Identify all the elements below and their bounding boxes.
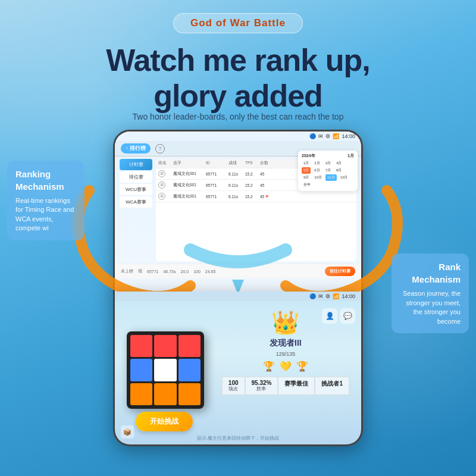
signal-icon: 📶 bbox=[333, 133, 339, 139]
rank-stats: 100 场次 95.32% 胜率 赛季最佳 挑战者1 bbox=[222, 377, 349, 395]
footer-steps: 100 bbox=[193, 270, 201, 274]
footer-me: 我 bbox=[138, 268, 142, 274]
cal-cell-12[interactable]: 12月 bbox=[339, 174, 350, 181]
cube-cell bbox=[178, 359, 201, 381]
cube-cell bbox=[130, 359, 152, 381]
cal-cell[interactable]: 3月 bbox=[324, 160, 333, 167]
cal-all[interactable]: 全年 bbox=[302, 181, 312, 188]
crown-icon: 👑 bbox=[271, 309, 299, 336]
rank-section: 👑 发现者III 129/135 🏆 💛 🏆 100 场次 95.32% 胜率 bbox=[222, 309, 349, 395]
cal-year: 2024年 bbox=[302, 153, 315, 159]
phone-top: 🔵 ✉ ⚙ 📶 14:00 ↑ 排行榜 ? 2024年 1月 1月 2月 3月 … bbox=[113, 130, 363, 296]
settings-icon: ⚙ bbox=[325, 133, 330, 139]
cube-label: 魔域 文化 bbox=[158, 361, 173, 379]
signal-icon-b: 📶 bbox=[333, 293, 339, 299]
rank-stat-winrate: 95.32% 胜率 bbox=[245, 377, 278, 395]
goto-timing-btn[interactable]: 前往计时赛 bbox=[325, 267, 355, 276]
rank-progress: 129/135 bbox=[276, 351, 296, 357]
footer-score: 46.73s bbox=[163, 270, 176, 274]
footer-id: 65771 bbox=[147, 270, 158, 274]
sidebar-item-timing[interactable]: 计时赛 bbox=[120, 159, 152, 170]
status-bar-top: 🔵 ✉ ⚙ 📶 14:00 bbox=[115, 131, 361, 141]
rank-stat-challenger: 挑战者1 bbox=[315, 377, 349, 395]
lb-footer: 未上榜 我 65771 46.73s 20.0 100 24.65 前往计时赛 bbox=[115, 264, 361, 278]
cal-cell[interactable]: 4月 bbox=[334, 160, 343, 167]
help-button[interactable]: ? bbox=[155, 144, 165, 154]
rank-progress-val: 129/135 bbox=[276, 351, 296, 357]
cal-cell-5[interactable]: 5月 bbox=[302, 167, 311, 174]
cal-cell-8[interactable]: 8月 bbox=[334, 167, 343, 174]
nav-ranking-badge[interactable]: ↑ 排行榜 bbox=[121, 143, 151, 154]
cube-cell bbox=[154, 383, 176, 405]
cube-cell bbox=[178, 383, 201, 405]
cal-month: 1月 bbox=[347, 153, 354, 159]
lb-sidebar: 计时赛 排位赛 WCU赛事 WCA赛事 bbox=[120, 159, 152, 261]
cal-cell-10[interactable]: 10月 bbox=[312, 174, 324, 181]
sidebar-item-rank[interactable]: 排位赛 bbox=[120, 171, 152, 183]
cal-cell-11[interactable]: 11月 bbox=[325, 174, 337, 181]
rank-icons-row: 🏆 💛 🏆 bbox=[263, 361, 308, 372]
right-bubble-title: Rank Mechanism bbox=[400, 261, 461, 286]
stat-val-4: 挑战者1 bbox=[321, 380, 343, 388]
phone-screen-bottom: 🔵 ✉ ⚙ 📶 14:00 👤 💬 魔域 文化 开始挑战 👑 发现者II bbox=[115, 292, 361, 444]
right-bubble-body: Season journey, the stronger you meet, t… bbox=[400, 289, 461, 326]
bluetooth-icon: 🔵 bbox=[309, 133, 316, 139]
rubiks-cube: 魔域 文化 bbox=[127, 331, 204, 409]
rank-icon-left: 🏆 bbox=[263, 361, 275, 372]
sidebar-item-wcu[interactable]: WCU赛事 bbox=[120, 184, 152, 195]
rank-title: 发现者III bbox=[270, 338, 302, 349]
left-bubble-body: Real-time rankings for Timing Race and W… bbox=[15, 196, 76, 233]
footer-unranked: 未上榜 bbox=[121, 268, 133, 274]
top-badge: God of War Battle bbox=[173, 13, 303, 33]
cal-cell-7[interactable]: 7月 bbox=[324, 167, 333, 174]
rank-icon-right: 🏆 bbox=[296, 361, 308, 372]
cal-cell-6[interactable]: 6月 bbox=[312, 167, 321, 174]
stat-val-3: 赛季最佳 bbox=[284, 380, 308, 388]
hero-subtitle: Two honor leader-boards, only the best c… bbox=[0, 112, 476, 121]
hero-title: Watch me rank up, glory added bbox=[0, 43, 476, 114]
phone-screen-top: 🔵 ✉ ⚙ 📶 14:00 ↑ 排行榜 ? 2024年 1月 1月 2月 3月 … bbox=[115, 131, 361, 295]
left-bubble-title: Ranking Mechanism bbox=[15, 168, 76, 193]
mail-icon-b: ✉ bbox=[318, 293, 323, 299]
bt-icon: 🔵 bbox=[309, 293, 316, 299]
time-display: 14:00 bbox=[342, 133, 355, 139]
stat-label-2: 胜率 bbox=[256, 386, 266, 392]
cube-cell bbox=[178, 335, 201, 357]
footer-tps: 20.0 bbox=[181, 270, 189, 274]
calendar-picker[interactable]: 2024年 1月 1月 2月 3月 4月 5月 6月 7月 8月 9月 10月 … bbox=[298, 151, 358, 191]
sidebar-item-wca[interactable]: WCA赛事 bbox=[120, 196, 152, 208]
mail-icon: ✉ bbox=[318, 133, 323, 139]
tip-text: 提示:魔方任意来回转动两下，开始挑战 bbox=[115, 435, 361, 441]
time-b: 14:00 bbox=[342, 293, 355, 299]
status-bar-bottom: 🔵 ✉ ⚙ 📶 14:00 bbox=[115, 292, 361, 301]
cube-cell bbox=[130, 383, 152, 405]
start-battle-button[interactable]: 开始挑战 bbox=[136, 412, 193, 431]
cube-cell bbox=[130, 335, 152, 357]
phone-bottom: 🔵 ✉ ⚙ 📶 14:00 👤 💬 魔域 文化 开始挑战 👑 发现者II bbox=[113, 292, 363, 446]
stat-val-2: 95.32% bbox=[252, 380, 272, 386]
footer-extra: 24.65 bbox=[205, 270, 216, 274]
cal-cell-9[interactable]: 9月 bbox=[302, 174, 311, 181]
left-info-bubble: Ranking Mechanism Real-time rankings for… bbox=[7, 161, 84, 240]
rank-stat-matches: 100 场次 bbox=[222, 377, 245, 395]
cube-cell bbox=[154, 335, 176, 357]
stat-val-1: 100 bbox=[228, 380, 239, 386]
right-info-bubble: Rank Mechanism Season journey, the stron… bbox=[392, 253, 469, 333]
stat-label-1: 场次 bbox=[228, 386, 238, 392]
rank-icon-mid: 💛 bbox=[280, 361, 292, 372]
table-row: ① 魔域文化001 65771 6.11s 15.2 45 ♥ bbox=[156, 191, 356, 202]
cal-cell[interactable]: 2月 bbox=[312, 160, 321, 167]
cal-cell[interactable]: 1月 bbox=[302, 160, 311, 167]
settings-icon-b: ⚙ bbox=[325, 293, 330, 299]
rank-stat-season: 赛季最佳 bbox=[278, 377, 315, 395]
